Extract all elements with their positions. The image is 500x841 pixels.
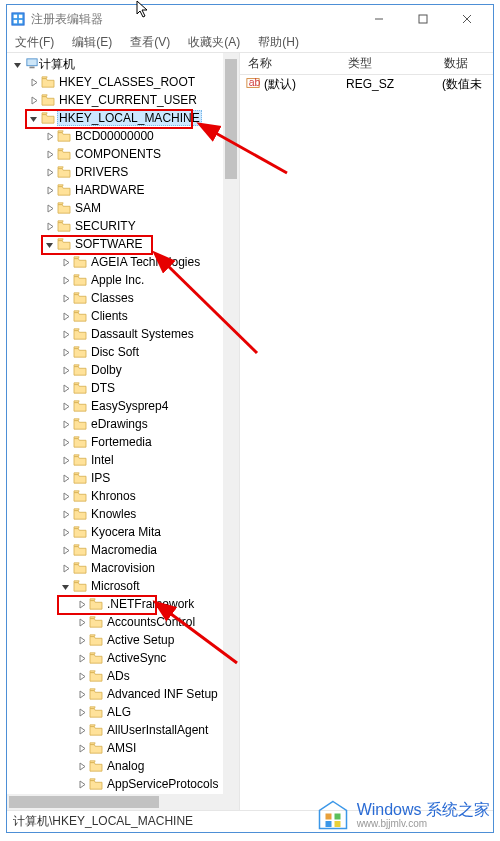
expand-icon[interactable] bbox=[43, 184, 55, 196]
expand-icon[interactable] bbox=[59, 418, 71, 430]
tree-software-child[interactable]: Dolby bbox=[7, 361, 239, 379]
tree-hklm-child[interactable]: COMPONENTS bbox=[7, 145, 239, 163]
list-body[interactable]: ab (默认) REG_SZ (数值未 bbox=[240, 75, 493, 93]
minimize-button[interactable] bbox=[357, 5, 401, 33]
tree-microsoft-child[interactable]: Active Setup bbox=[7, 631, 239, 649]
tree-software-child[interactable]: Fortemedia bbox=[7, 433, 239, 451]
close-button[interactable] bbox=[445, 5, 489, 33]
expand-icon[interactable] bbox=[59, 310, 71, 322]
tree-software-child[interactable]: DTS bbox=[7, 379, 239, 397]
tree-microsoft-child[interactable]: AMSI bbox=[7, 739, 239, 757]
tree-software-child[interactable]: Macromedia bbox=[7, 541, 239, 559]
tree-software-child[interactable]: eDrawings bbox=[7, 415, 239, 433]
tree-software-child[interactable]: Khronos bbox=[7, 487, 239, 505]
expand-icon[interactable] bbox=[43, 166, 55, 178]
expand-icon[interactable] bbox=[59, 454, 71, 466]
tree-microsoft[interactable]: Microsoft bbox=[7, 577, 239, 595]
expand-icon[interactable] bbox=[59, 292, 71, 304]
expand-icon[interactable] bbox=[59, 490, 71, 502]
tree-software-child[interactable]: Kyocera Mita bbox=[7, 523, 239, 541]
menu-file[interactable]: 文件(F) bbox=[11, 34, 58, 51]
expand-icon[interactable] bbox=[59, 526, 71, 538]
collapse-icon[interactable] bbox=[59, 580, 71, 592]
tree-hkcr[interactable]: HKEY_CLASSES_ROOT bbox=[7, 73, 239, 91]
expand-icon[interactable] bbox=[59, 544, 71, 556]
expand-icon[interactable] bbox=[75, 778, 87, 790]
tree-microsoft-child[interactable]: Analog bbox=[7, 757, 239, 775]
expand-icon[interactable] bbox=[59, 364, 71, 376]
expand-icon[interactable] bbox=[43, 220, 55, 232]
tree-software-child[interactable]: Intel bbox=[7, 451, 239, 469]
tree-scroll[interactable]: 计算机HKEY_CLASSES_ROOTHKEY_CURRENT_USERHKE… bbox=[7, 53, 239, 810]
tree-hklm-child[interactable]: DRIVERS bbox=[7, 163, 239, 181]
expand-icon[interactable] bbox=[27, 76, 39, 88]
menu-favorites[interactable]: 收藏夹(A) bbox=[184, 34, 244, 51]
maximize-button[interactable] bbox=[401, 5, 445, 33]
tree-software-child[interactable]: Apple Inc. bbox=[7, 271, 239, 289]
tree-root-computer[interactable]: 计算机 bbox=[7, 55, 239, 73]
menu-view[interactable]: 查看(V) bbox=[126, 34, 174, 51]
expand-icon[interactable] bbox=[75, 670, 87, 682]
expand-icon[interactable] bbox=[75, 598, 87, 610]
tree-scroll-thumb[interactable] bbox=[225, 59, 237, 179]
expand-icon[interactable] bbox=[75, 616, 87, 628]
expand-icon[interactable] bbox=[75, 688, 87, 700]
expand-icon[interactable] bbox=[75, 760, 87, 772]
tree-hklm-child[interactable]: SAM bbox=[7, 199, 239, 217]
tree-software-child[interactable]: IPS bbox=[7, 469, 239, 487]
expand-icon[interactable] bbox=[75, 742, 87, 754]
collapse-icon[interactable] bbox=[27, 112, 39, 124]
tree-microsoft-child[interactable]: .NETFramework bbox=[7, 595, 239, 613]
tree-scrollbar-vertical[interactable] bbox=[223, 53, 239, 810]
collapse-icon[interactable] bbox=[11, 58, 23, 70]
tree-software-child[interactable]: Disc Soft bbox=[7, 343, 239, 361]
tree-hklm-child[interactable]: BCD00000000 bbox=[7, 127, 239, 145]
tree-microsoft-child[interactable]: AllUserInstallAgent bbox=[7, 721, 239, 739]
tree-hkcu[interactable]: HKEY_CURRENT_USER bbox=[7, 91, 239, 109]
tree-hklm-child[interactable]: HARDWARE bbox=[7, 181, 239, 199]
expand-icon[interactable] bbox=[59, 328, 71, 340]
col-type[interactable]: 类型 bbox=[340, 53, 436, 74]
tree-microsoft-child[interactable]: ADs bbox=[7, 667, 239, 685]
tree-software[interactable]: SOFTWARE bbox=[7, 235, 239, 253]
tree-software-child[interactable]: EasySysprep4 bbox=[7, 397, 239, 415]
menu-help[interactable]: 帮助(H) bbox=[254, 34, 303, 51]
tree-software-child[interactable]: Knowles bbox=[7, 505, 239, 523]
expand-icon[interactable] bbox=[59, 508, 71, 520]
expand-icon[interactable] bbox=[75, 634, 87, 646]
tree-hklm[interactable]: HKEY_LOCAL_MACHINE bbox=[7, 109, 239, 127]
tree-microsoft-child[interactable]: AccountsControl bbox=[7, 613, 239, 631]
expand-icon[interactable] bbox=[59, 562, 71, 574]
expand-icon[interactable] bbox=[59, 346, 71, 358]
expand-icon[interactable] bbox=[59, 472, 71, 484]
tree-software-child[interactable]: Dassault Systemes bbox=[7, 325, 239, 343]
tree-hklm-child[interactable]: SECURITY bbox=[7, 217, 239, 235]
expand-icon[interactable] bbox=[75, 724, 87, 736]
tree-software-child[interactable]: Clients bbox=[7, 307, 239, 325]
expand-icon[interactable] bbox=[59, 400, 71, 412]
tree-software-child[interactable]: Macrovision bbox=[7, 559, 239, 577]
tree-microsoft-child[interactable]: Advanced INF Setup bbox=[7, 685, 239, 703]
tree-microsoft-child[interactable]: ALG bbox=[7, 703, 239, 721]
tree-scrollbar-horizontal[interactable] bbox=[7, 794, 223, 810]
tree-software-child[interactable]: Classes bbox=[7, 289, 239, 307]
expand-icon[interactable] bbox=[59, 436, 71, 448]
expand-icon[interactable] bbox=[59, 274, 71, 286]
expand-icon[interactable] bbox=[43, 202, 55, 214]
col-name[interactable]: 名称 bbox=[240, 53, 340, 74]
expand-icon[interactable] bbox=[59, 382, 71, 394]
expand-icon[interactable] bbox=[43, 148, 55, 160]
col-data[interactable]: 数据 bbox=[436, 53, 493, 74]
tree-microsoft-child[interactable]: AppServiceProtocols bbox=[7, 775, 239, 793]
tree-scroll-thumb-h[interactable] bbox=[9, 796, 159, 808]
menu-edit[interactable]: 编辑(E) bbox=[68, 34, 116, 51]
collapse-icon[interactable] bbox=[43, 238, 55, 250]
expand-icon[interactable] bbox=[27, 94, 39, 106]
tree-software-child[interactable]: AGEIA Technologies bbox=[7, 253, 239, 271]
titlebar[interactable]: 注册表编辑器 bbox=[7, 5, 493, 33]
list-row[interactable]: ab (默认) REG_SZ (数值未 bbox=[240, 75, 493, 93]
expand-icon[interactable] bbox=[75, 652, 87, 664]
tree-microsoft-child[interactable]: ActiveSync bbox=[7, 649, 239, 667]
expand-icon[interactable] bbox=[75, 706, 87, 718]
expand-icon[interactable] bbox=[59, 256, 71, 268]
